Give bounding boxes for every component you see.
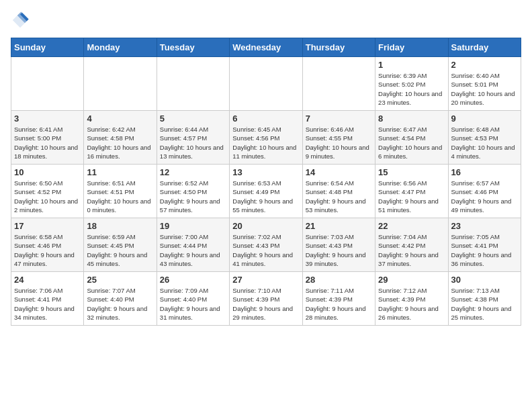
- day-number: 19: [160, 221, 226, 231]
- calendar-header-row: SundayMondayTuesdayWednesdayThursdayFrid…: [11, 38, 521, 57]
- calendar-week-3: 17Sunrise: 6:58 AM Sunset: 4:46 PM Dayli…: [11, 218, 521, 272]
- day-info: Sunrise: 6:50 AM Sunset: 4:52 PM Dayligh…: [14, 179, 81, 214]
- day-info: Sunrise: 6:47 AM Sunset: 4:54 PM Dayligh…: [378, 125, 445, 161]
- calendar-cell: 16Sunrise: 6:57 AM Sunset: 4:46 PM Dayli…: [448, 165, 521, 218]
- calendar-week-2: 10Sunrise: 6:50 AM Sunset: 4:52 PM Dayli…: [11, 165, 521, 218]
- calendar-cell: 8Sunrise: 6:47 AM Sunset: 4:54 PM Daylig…: [375, 111, 448, 165]
- day-info: Sunrise: 6:45 AM Sunset: 4:56 PM Dayligh…: [232, 125, 299, 161]
- day-number: 8: [378, 113, 445, 124]
- calendar-cell: 12Sunrise: 6:52 AM Sunset: 4:50 PM Dayli…: [157, 165, 229, 218]
- calendar-cell: 25Sunrise: 7:07 AM Sunset: 4:40 PM Dayli…: [84, 272, 157, 326]
- day-number: 11: [87, 167, 153, 177]
- day-info: Sunrise: 6:54 AM Sunset: 4:48 PM Dayligh…: [306, 179, 372, 214]
- header-tuesday: Tuesday: [157, 38, 229, 57]
- day-number: 20: [232, 221, 299, 231]
- calendar-cell: 9Sunrise: 6:48 AM Sunset: 4:53 PM Daylig…: [448, 111, 521, 165]
- calendar-table: SundayMondayTuesdayWednesdayThursdayFrid…: [11, 38, 521, 326]
- page-header: [11, 11, 521, 30]
- calendar-cell: [302, 57, 375, 111]
- day-info: Sunrise: 7:04 AM Sunset: 4:42 PM Dayligh…: [378, 232, 445, 268]
- calendar-cell: [84, 57, 157, 111]
- day-info: Sunrise: 7:11 AM Sunset: 4:39 PM Dayligh…: [306, 286, 372, 322]
- calendar-cell: 13Sunrise: 6:53 AM Sunset: 4:49 PM Dayli…: [230, 165, 302, 218]
- day-number: 10: [14, 167, 81, 177]
- day-info: Sunrise: 6:59 AM Sunset: 4:45 PM Dayligh…: [87, 232, 153, 268]
- day-info: Sunrise: 6:42 AM Sunset: 4:58 PM Dayligh…: [87, 125, 153, 161]
- day-info: Sunrise: 7:07 AM Sunset: 4:40 PM Dayligh…: [87, 286, 153, 322]
- day-info: Sunrise: 6:39 AM Sunset: 5:02 PM Dayligh…: [378, 71, 445, 107]
- day-info: Sunrise: 6:57 AM Sunset: 4:46 PM Dayligh…: [451, 179, 518, 214]
- day-number: 9: [451, 113, 518, 124]
- calendar-cell: 17Sunrise: 6:58 AM Sunset: 4:46 PM Dayli…: [11, 218, 84, 272]
- calendar-cell: 3Sunrise: 6:41 AM Sunset: 5:00 PM Daylig…: [11, 111, 84, 165]
- day-number: 23: [451, 221, 518, 231]
- day-number: 18: [87, 221, 153, 231]
- day-info: Sunrise: 6:53 AM Sunset: 4:49 PM Dayligh…: [232, 179, 299, 214]
- day-number: 22: [378, 221, 445, 231]
- calendar-cell: 26Sunrise: 7:09 AM Sunset: 4:40 PM Dayli…: [157, 272, 229, 326]
- day-number: 30: [451, 275, 518, 285]
- day-info: Sunrise: 6:44 AM Sunset: 4:57 PM Dayligh…: [160, 125, 226, 161]
- day-number: 7: [306, 113, 372, 124]
- calendar-cell: 28Sunrise: 7:11 AM Sunset: 4:39 PM Dayli…: [302, 272, 375, 326]
- day-info: Sunrise: 6:52 AM Sunset: 4:50 PM Dayligh…: [160, 179, 226, 214]
- day-number: 12: [160, 167, 226, 177]
- calendar-cell: 18Sunrise: 6:59 AM Sunset: 4:45 PM Dayli…: [84, 218, 157, 272]
- day-number: 5: [160, 113, 226, 124]
- day-number: 29: [378, 275, 445, 285]
- day-number: 17: [14, 221, 81, 231]
- header-friday: Friday: [375, 38, 448, 57]
- calendar-cell: 14Sunrise: 6:54 AM Sunset: 4:48 PM Dayli…: [302, 165, 375, 218]
- calendar-cell: 1Sunrise: 6:39 AM Sunset: 5:02 PM Daylig…: [375, 57, 448, 111]
- calendar-cell: 20Sunrise: 7:02 AM Sunset: 4:43 PM Dayli…: [230, 218, 302, 272]
- day-info: Sunrise: 6:58 AM Sunset: 4:46 PM Dayligh…: [14, 232, 81, 268]
- logo: [11, 11, 32, 30]
- calendar-cell: 6Sunrise: 6:45 AM Sunset: 4:56 PM Daylig…: [230, 111, 302, 165]
- logo-icon: [11, 11, 30, 30]
- day-info: Sunrise: 7:09 AM Sunset: 4:40 PM Dayligh…: [160, 286, 226, 322]
- header-monday: Monday: [84, 38, 157, 57]
- calendar-cell: 29Sunrise: 7:12 AM Sunset: 4:39 PM Dayli…: [375, 272, 448, 326]
- calendar-cell: 21Sunrise: 7:03 AM Sunset: 4:43 PM Dayli…: [302, 218, 375, 272]
- day-number: 27: [232, 275, 299, 285]
- calendar-week-1: 3Sunrise: 6:41 AM Sunset: 5:00 PM Daylig…: [11, 111, 521, 165]
- calendar-cell: [11, 57, 84, 111]
- day-info: Sunrise: 7:00 AM Sunset: 4:44 PM Dayligh…: [160, 232, 226, 268]
- calendar-week-0: 1Sunrise: 6:39 AM Sunset: 5:02 PM Daylig…: [11, 57, 521, 111]
- day-number: 6: [232, 113, 299, 124]
- calendar-cell: 2Sunrise: 6:40 AM Sunset: 5:01 PM Daylig…: [448, 57, 521, 111]
- calendar-cell: 15Sunrise: 6:56 AM Sunset: 4:47 PM Dayli…: [375, 165, 448, 218]
- calendar-cell: 5Sunrise: 6:44 AM Sunset: 4:57 PM Daylig…: [157, 111, 229, 165]
- day-info: Sunrise: 6:56 AM Sunset: 4:47 PM Dayligh…: [378, 179, 445, 214]
- day-info: Sunrise: 6:40 AM Sunset: 5:01 PM Dayligh…: [451, 71, 518, 107]
- day-info: Sunrise: 6:46 AM Sunset: 4:55 PM Dayligh…: [306, 125, 372, 161]
- day-info: Sunrise: 7:03 AM Sunset: 4:43 PM Dayligh…: [306, 232, 372, 268]
- day-number: 14: [306, 167, 372, 177]
- header-saturday: Saturday: [448, 38, 521, 57]
- calendar-cell: 10Sunrise: 6:50 AM Sunset: 4:52 PM Dayli…: [11, 165, 84, 218]
- day-number: 24: [14, 275, 81, 285]
- calendar-cell: 7Sunrise: 6:46 AM Sunset: 4:55 PM Daylig…: [302, 111, 375, 165]
- calendar-cell: [157, 57, 229, 111]
- day-info: Sunrise: 7:12 AM Sunset: 4:39 PM Dayligh…: [378, 286, 445, 322]
- day-info: Sunrise: 6:48 AM Sunset: 4:53 PM Dayligh…: [451, 125, 518, 161]
- calendar-cell: [230, 57, 302, 111]
- day-number: 4: [87, 113, 153, 124]
- header-sunday: Sunday: [11, 38, 84, 57]
- day-info: Sunrise: 7:02 AM Sunset: 4:43 PM Dayligh…: [232, 232, 299, 268]
- day-number: 15: [378, 167, 445, 177]
- day-number: 25: [87, 275, 153, 285]
- day-number: 28: [306, 275, 372, 285]
- day-info: Sunrise: 6:51 AM Sunset: 4:51 PM Dayligh…: [87, 179, 153, 214]
- calendar-week-4: 24Sunrise: 7:06 AM Sunset: 4:41 PM Dayli…: [11, 272, 521, 326]
- day-info: Sunrise: 7:13 AM Sunset: 4:38 PM Dayligh…: [451, 286, 518, 322]
- day-number: 3: [14, 113, 81, 124]
- day-number: 13: [232, 167, 299, 177]
- day-info: Sunrise: 6:41 AM Sunset: 5:00 PM Dayligh…: [14, 125, 81, 161]
- day-number: 2: [451, 60, 518, 70]
- calendar-cell: 30Sunrise: 7:13 AM Sunset: 4:38 PM Dayli…: [448, 272, 521, 326]
- calendar-cell: 23Sunrise: 7:05 AM Sunset: 4:41 PM Dayli…: [448, 218, 521, 272]
- day-number: 26: [160, 275, 226, 285]
- header-thursday: Thursday: [302, 38, 375, 57]
- header-wednesday: Wednesday: [230, 38, 302, 57]
